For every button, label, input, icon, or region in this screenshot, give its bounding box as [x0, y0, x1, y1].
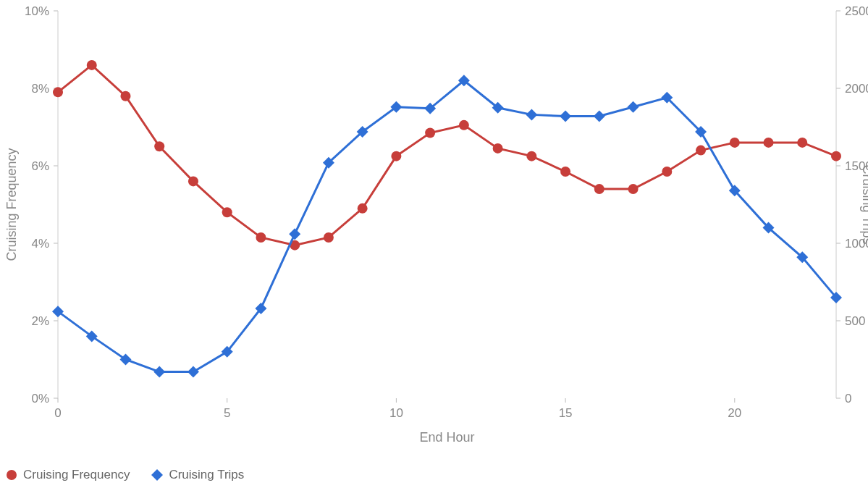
data-point-circle — [730, 138, 740, 148]
diamond-icon — [151, 469, 163, 481]
data-point-diamond — [628, 101, 639, 113]
legend-label: Cruising Frequency — [23, 468, 130, 482]
y-right-tick: 2500 — [845, 4, 868, 18]
legend-label: Cruising Trips — [169, 468, 244, 482]
data-point-circle — [764, 138, 774, 148]
data-point-circle — [459, 120, 469, 130]
legend-item-frequency: Cruising Frequency — [6, 468, 130, 482]
data-point-circle — [662, 167, 672, 177]
data-point-diamond — [560, 111, 571, 122]
data-point-circle — [391, 151, 401, 161]
y-left-tick: 2% — [31, 314, 49, 328]
chart-container: 0%2%4%6%8%10%050010001500200025000510152… — [0, 0, 868, 488]
data-point-circle — [188, 176, 198, 186]
legend-item-trips: Cruising Trips — [151, 468, 244, 482]
x-axis-label: End Hour — [419, 430, 474, 445]
y-right-tick: 0 — [845, 392, 851, 405]
legend: Cruising Frequency Cruising Trips — [0, 468, 244, 482]
x-tick: 10 — [389, 406, 403, 420]
data-point-circle — [154, 141, 164, 151]
data-point-circle — [87, 60, 97, 70]
x-tick: 20 — [728, 406, 741, 420]
data-point-diamond — [187, 366, 199, 378]
data-point-diamond — [153, 366, 165, 378]
svg-marker-20 — [151, 469, 163, 481]
data-point-circle — [53, 87, 63, 97]
data-point-circle — [594, 184, 604, 194]
y-left-tick: 8% — [31, 82, 49, 96]
data-point-circle — [560, 167, 570, 177]
data-point-circle — [256, 232, 266, 243]
data-point-circle — [324, 232, 334, 243]
data-point-diamond — [289, 228, 300, 240]
circle-icon — [6, 469, 17, 481]
y-left-tick: 6% — [31, 159, 49, 173]
data-point-circle — [493, 143, 503, 153]
data-point-diamond — [526, 109, 537, 120]
data-point-circle — [831, 151, 841, 161]
dual-axis-line-chart: 0%2%4%6%8%10%050010001500200025000510152… — [0, 0, 868, 488]
y-right-axis-label: Cruising Trips — [860, 164, 868, 244]
data-point-circle — [222, 207, 232, 217]
data-point-circle — [696, 146, 706, 156]
y-left-axis-label: Cruising Frequency — [4, 148, 19, 261]
y-left-tick: 0% — [31, 392, 49, 405]
y-right-tick: 500 — [845, 314, 865, 328]
data-point-circle — [425, 128, 435, 138]
svg-point-19 — [7, 470, 17, 480]
data-point-diamond — [594, 111, 605, 122]
y-left-tick: 4% — [31, 237, 49, 251]
data-point-circle — [358, 203, 368, 214]
data-point-circle — [628, 184, 639, 194]
x-tick: 0 — [54, 406, 61, 420]
series-line — [58, 65, 836, 245]
y-right-tick: 2000 — [845, 82, 868, 96]
x-tick: 15 — [559, 406, 573, 420]
x-tick: 5 — [224, 406, 230, 420]
data-point-circle — [120, 91, 130, 101]
y-left-tick: 10% — [25, 4, 49, 18]
series-line — [58, 80, 836, 371]
data-point-circle — [797, 138, 807, 148]
data-point-circle — [526, 151, 536, 161]
